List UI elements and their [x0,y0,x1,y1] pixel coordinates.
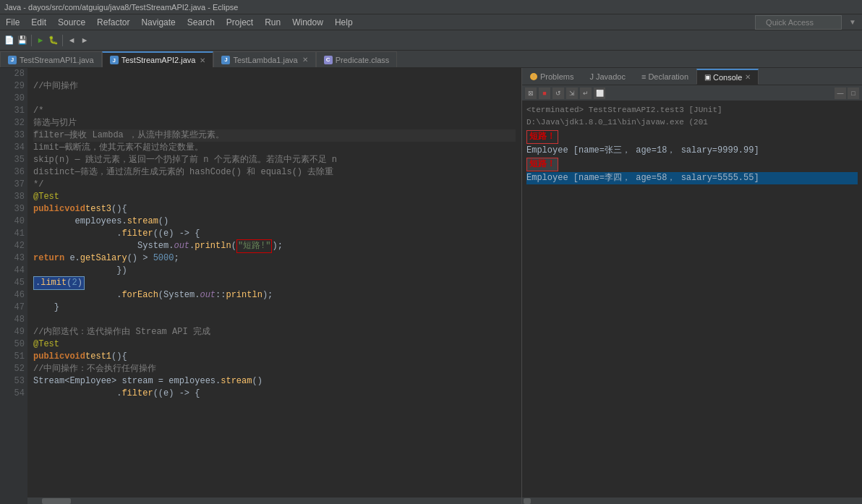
code-line-30 [33,93,516,105]
right-panel-toolbar: ⊠ ■ ↺ ⇲ ↵ ⬜ — □ [522,85,862,101]
console-line-4: Employee [name=李四， age=58， salary=5555.5… [526,172,858,184]
save-button[interactable]: 💾 [16,34,29,47]
run-button[interactable]: ▶ [34,34,47,47]
tab-javadoc[interactable]: J Javadoc [581,69,633,85]
main-content: 28 29 30 31 32 33 34 35 36 37 38 39 40 4… [0,68,862,504]
problems-icon: ! [530,73,537,80]
quick-access-arrow[interactable]: ▼ [843,17,862,27]
code-line-33: filter—接收 Lambda ，从流中排除某些元素。 [33,129,516,142]
right-panel-scrollbar[interactable] [522,497,862,504]
tab-label-1: TestStreamAPI1.java [20,56,94,64]
back-button[interactable]: ◀ [65,34,78,47]
clear-console-button[interactable]: ⊠ [525,87,537,99]
terminate-button[interactable]: ■ [539,87,550,99]
console-icon: ▣ [704,73,711,81]
console-tab-close[interactable]: ✕ [745,73,751,81]
code-line-51: public void test1(){ [33,351,516,363]
code-content[interactable]: //中间操作 /* 筛选与切片 filter—接收 Lambda ，从流中排除某… [27,68,521,504]
forward-button[interactable]: ▶ [78,34,91,47]
employee-line-1: Employee [name=张三， age=18， salary=9999.9… [526,145,759,155]
code-line-47: } [33,302,516,314]
code-line-44: }) [33,265,516,277]
menu-window[interactable]: Window [286,16,329,29]
shortcut-text-2: 短路！ [526,158,558,171]
debug-button[interactable]: 🐛 [47,34,60,47]
quick-access-input[interactable]: Quick Access [755,15,842,30]
toolbar: 📄 💾 ▶ 🐛 ◀ ▶ [0,30,862,51]
code-line-31: /* [33,105,516,117]
code-line-42: System.out.println("短路!"); [33,240,516,252]
window-title: Java - dayos/src/com/atguigu/java8/TestS… [4,3,238,12]
tab-teststreamapi2[interactable]: J TestStreamAPI2.java ✕ [102,51,214,67]
tab-label-2: TestStreamAPI2.java [121,56,196,64]
tab-close-3[interactable]: ✕ [302,56,308,64]
tab-teststreamapi1[interactable]: J TestStreamAPI1.java [0,51,102,67]
right-panel-tabs: ! Problems J Javadoc ≡ Declaration ▣ Con… [522,68,862,85]
console-line-3: 短路！ [526,158,858,171]
console-output: <terminated> TestStreamAPI2.test3 [JUnit… [522,101,862,497]
title-bar: Java - dayos/src/com/atguigu/java8/TestS… [0,0,862,14]
menu-file[interactable]: File [0,16,25,29]
code-line-46: .forEach(System.out::println); [33,289,516,302]
editor-tabs: J TestStreamAPI1.java J TestStreamAPI2.j… [0,51,862,68]
menu-project[interactable]: Project [221,16,259,29]
code-line-41: .filter((e) -> { [33,228,516,240]
menu-search[interactable]: Search [182,16,221,29]
tab-label-3: TestLambda1.java [233,56,297,64]
code-line-38: @Test [33,191,516,203]
tab-predicate[interactable]: C Predicate.class [316,51,398,67]
code-line-48 [33,314,516,326]
code-line-34: limit—截断流，使其元素不超过给定数量。 [33,142,516,154]
line-numbers: 28 29 30 31 32 33 34 35 36 37 38 39 40 4… [0,68,27,504]
right-panel: ! Problems J Javadoc ≡ Declaration ▣ Con… [522,68,862,504]
maximize-view-button[interactable]: □ [848,87,859,99]
view-buttons: — □ [835,87,859,99]
console-line-1: 短路！ [526,130,858,144]
code-line-35: skip(n) — 跳过元素，返回一个扔掉了前 n 个元素的流。若流中元素不足 … [33,154,516,166]
menu-edit[interactable]: Edit [25,16,52,29]
toolbar-separator-1 [31,35,32,46]
class-icon-4: C [324,56,333,64]
menu-help[interactable]: Help [329,16,359,29]
menu-run[interactable]: Run [259,16,286,29]
shortcut-text-1: 短路！ [526,130,558,144]
tab-label-4: Predicate.class [336,56,390,64]
tab-testlambda1[interactable]: J TestLambda1.java ✕ [213,51,315,67]
employee-line-2-highlighted: Employee [name=李四， age=58， salary=5555.5… [526,172,858,184]
rerun-button[interactable]: ↺ [552,87,564,99]
code-line-43: return e.getSalary() > 5000; [33,252,516,265]
open-console-button[interactable]: ⬜ [594,87,605,99]
declaration-label: Declaration [648,72,688,81]
tab-problems[interactable]: ! Problems [522,69,581,85]
code-line-49: //内部迭代：迭代操作由 Stream API 完成 [33,326,516,338]
console-terminated-line: <terminated> TestStreamAPI2.test3 [JUnit… [526,104,858,129]
code-line-32: 筛选与切片 [33,117,516,129]
new-button[interactable]: 📄 [3,34,16,47]
code-line-28 [33,68,516,80]
javadoc-icon: J [589,72,594,81]
code-editor[interactable]: 28 29 30 31 32 33 34 35 36 37 38 39 40 4… [0,68,522,504]
console-line-2: Employee [name=张三， age=18， salary=9999.9… [526,145,858,157]
menu-source[interactable]: Source [52,16,91,29]
menu-bar: File Edit Source Refactor Navigate Searc… [0,14,862,30]
word-wrap-button[interactable]: ↵ [580,87,592,99]
code-line-36: distinct—筛选，通过流所生成元素的 hashCode() 和 equal… [33,166,516,179]
tab-close-2[interactable]: ✕ [200,56,205,64]
menu-navigate[interactable]: Navigate [135,16,181,29]
problems-label: Problems [540,72,573,81]
code-line-50: @Test [33,338,516,351]
tab-declaration[interactable]: ≡ Declaration [633,69,696,85]
menu-refactor[interactable]: Refactor [91,16,135,29]
code-line-40: employees.stream() [33,215,516,228]
code-line-37: */ [33,179,516,191]
scroll-lock-button[interactable]: ⇲ [566,87,578,99]
code-line-54: .filter((e) -> { [33,388,516,400]
code-line-45: .limit(2) [33,277,516,289]
minimize-view-button[interactable]: — [835,87,846,99]
java-icon-1: J [8,56,17,64]
code-line-39: public void test3(){ [33,203,516,215]
tab-console[interactable]: ▣ Console ✕ [696,69,759,85]
horizontal-scrollbar[interactable] [27,497,521,504]
java-icon-2: J [110,56,119,64]
console-label: Console [713,73,742,82]
